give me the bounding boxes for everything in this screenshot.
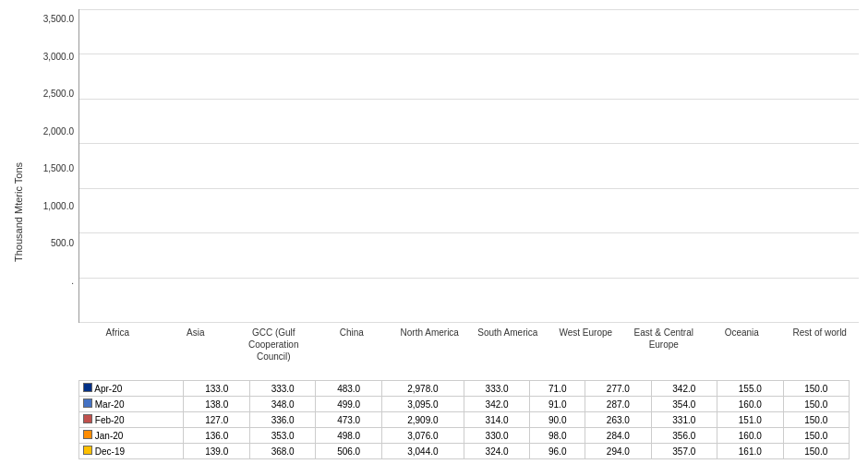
y-tick: 1,500.0: [43, 163, 74, 173]
table-row: Apr-20133.0333.0483.02,978.0333.071.0277…: [79, 381, 850, 397]
table-cell-4-3: 3,044.0: [381, 444, 464, 459]
row-swatch-4: [83, 446, 92, 455]
table-cell-4-9: 150.0: [783, 444, 849, 459]
table-row: Mar-20138.0348.0499.03,095.0342.091.0287…: [79, 397, 850, 412]
row-label-text-1: Mar-20: [95, 399, 125, 410]
table-cell-2-2: 473.0: [316, 412, 381, 428]
table-cell-3-0: 136.0: [184, 428, 249, 444]
table-cell-1-8: 160.0: [717, 397, 783, 412]
table-cell-3-3: 3,076.0: [381, 428, 464, 444]
x-label-oceania: Oceania: [703, 323, 781, 378]
table-cell-0-4: 333.0: [464, 381, 529, 397]
table-cell-3-2: 498.0: [316, 428, 381, 444]
x-label-rest_world: Rest of world: [781, 323, 860, 378]
table-cell-2-3: 2,909.0: [381, 412, 464, 428]
row-swatch-3: [83, 430, 92, 439]
table-cell-1-2: 499.0: [316, 397, 381, 412]
chart-area: Thousand Mteric Tons 3,500.03,000.02,500…: [9, 9, 859, 378]
table-cell-2-7: 331.0: [651, 412, 717, 428]
row-label-text-2: Feb-20: [95, 415, 125, 425]
table-cell-3-4: 330.0: [464, 428, 529, 444]
x-label-north_america: North America: [391, 323, 469, 378]
table-cell-2-1: 336.0: [249, 412, 315, 428]
table-cell-0-9: 150.0: [783, 381, 849, 397]
table-cell-1-3: 3,095.0: [381, 397, 464, 412]
table-cell-0-0: 133.0: [184, 381, 249, 397]
table-cell-0-6: 277.0: [585, 381, 651, 397]
table-cell-3-8: 160.0: [717, 428, 783, 444]
row-swatch-0: [83, 383, 92, 392]
table-cell-4-6: 294.0: [585, 444, 651, 459]
table-cell-1-9: 150.0: [783, 397, 849, 412]
table-cell-0-5: 71.0: [530, 381, 585, 397]
x-axis-labels: AfricaAsiaGCC (Gulf Cooperation Council)…: [78, 323, 859, 378]
table-cell-1-1: 348.0: [249, 397, 315, 412]
table-cell-4-2: 506.0: [316, 444, 381, 459]
table-cell-3-5: 98.0: [530, 428, 585, 444]
table-cell-2-8: 151.0: [717, 412, 783, 428]
table-cell-0-3: 2,978.0: [381, 381, 464, 397]
table-container: Apr-20133.0333.0483.02,978.0333.071.0277…: [9, 378, 859, 464]
x-label-east_central: East & Central Europe: [625, 323, 704, 378]
row-label-text-3: Jan-20: [95, 431, 124, 441]
y-tick: 3,500.0: [43, 14, 74, 24]
table-cell-4-8: 161.0: [717, 444, 783, 459]
x-label-gcc: GCC (Gulf Cooperation Council): [235, 323, 313, 378]
row-label-text-0: Apr-20: [94, 384, 122, 394]
y-tick: 500.0: [51, 238, 74, 248]
table-cell-3-7: 356.0: [651, 428, 717, 444]
table-cell-0-7: 342.0: [651, 381, 717, 397]
y-tick: 1,000.0: [43, 201, 74, 211]
grid-line: [79, 322, 859, 323]
y-tick: 2,500.0: [43, 89, 74, 99]
table-cell-0-1: 333.0: [249, 381, 315, 397]
table-row: Jan-20136.0353.0498.03,076.0330.098.0284…: [79, 428, 850, 444]
table-cell-1-5: 91.0: [530, 397, 585, 412]
table-cell-1-7: 354.0: [651, 397, 717, 412]
table-cell-3-9: 150.0: [783, 428, 849, 444]
table-cell-2-5: 90.0: [530, 412, 585, 428]
chart-main: AfricaAsiaGCC (Gulf Cooperation Council)…: [78, 9, 859, 378]
table-row: Feb-20127.0336.0473.02,909.0314.090.0263…: [79, 412, 850, 428]
bars-and-grid: [78, 9, 859, 323]
table-cell-2-0: 127.0: [184, 412, 249, 428]
table-cell-2-4: 314.0: [464, 412, 529, 428]
x-label-china: China: [313, 323, 392, 378]
y-tick: 3,000.0: [43, 52, 74, 62]
table-cell-4-4: 324.0: [464, 444, 529, 459]
table-row-label-Jan-20: Jan-20: [79, 428, 184, 444]
table-cell-0-2: 483.0: [316, 381, 381, 397]
data-table: Apr-20133.0333.0483.02,978.0333.071.0277…: [78, 380, 850, 459]
table-row-label-Apr-20: Apr-20: [79, 381, 184, 397]
bars-row: [79, 9, 859, 322]
table-cell-4-1: 368.0: [249, 444, 315, 459]
table-row-label-Mar-20: Mar-20: [79, 397, 184, 412]
table-row-label-Dec-19: Dec-19: [79, 444, 184, 459]
x-label-south_america: South America: [469, 323, 548, 378]
row-label-text-4: Dec-19: [95, 446, 125, 457]
table-cell-4-5: 96.0: [530, 444, 585, 459]
table-cell-3-1: 353.0: [249, 428, 315, 444]
table-cell-3-6: 284.0: [585, 428, 651, 444]
x-label-asia: Asia: [157, 323, 235, 378]
x-label-west_europe: West Europe: [547, 323, 625, 378]
table-cell-4-0: 139.0: [184, 444, 249, 459]
table-cell-1-4: 342.0: [464, 397, 529, 412]
row-swatch-1: [83, 399, 92, 408]
table-cell-2-6: 263.0: [585, 412, 651, 428]
y-axis-label: Thousand Mteric Tons: [9, 9, 28, 378]
row-swatch-2: [83, 414, 92, 423]
table-row: Dec-19139.0368.0506.03,044.0324.096.0294…: [79, 444, 850, 459]
y-tick: .: [71, 276, 74, 286]
chart-container: Thousand Mteric Tons 3,500.03,000.02,500…: [0, 0, 868, 464]
table-cell-0-8: 155.0: [717, 381, 783, 397]
x-label-africa: Africa: [78, 323, 157, 378]
table-cell-2-9: 150.0: [783, 412, 849, 428]
table-cell-4-7: 357.0: [651, 444, 717, 459]
y-tick: 2,000.0: [43, 126, 74, 137]
table-cell-1-6: 287.0: [585, 397, 651, 412]
table-cell-1-0: 138.0: [184, 397, 249, 412]
y-axis: 3,500.03,000.02,500.02,000.01,500.01,000…: [28, 9, 78, 378]
table-row-label-Feb-20: Feb-20: [79, 412, 184, 428]
